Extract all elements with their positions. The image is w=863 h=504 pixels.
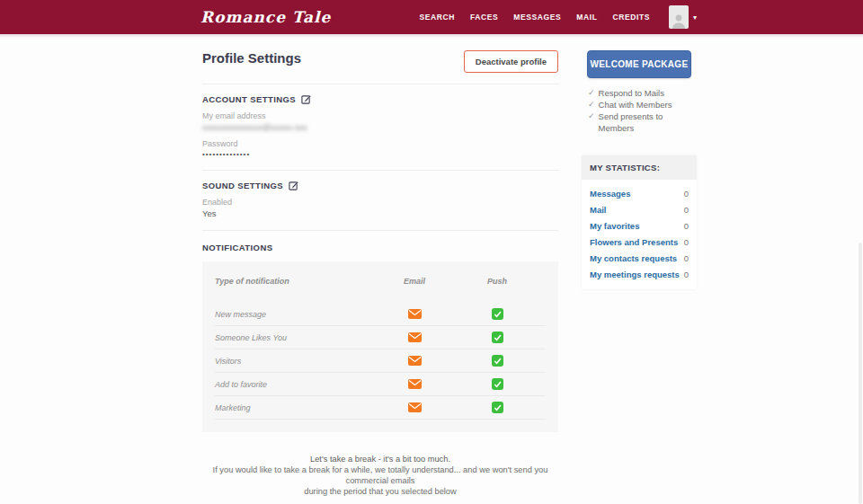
- email-notification-icon[interactable]: [408, 379, 422, 389]
- col-email: Email: [373, 277, 456, 286]
- deactivate-profile-button[interactable]: Deactivate profile: [464, 50, 558, 73]
- nav-search[interactable]: SEARCH: [419, 13, 455, 22]
- stat-meetings-requests[interactable]: My meetings requests 0: [582, 266, 697, 282]
- chevron-down-icon: ▾: [693, 13, 697, 22]
- account-settings-heading: ACCOUNT SETTINGS: [202, 94, 296, 104]
- main-nav: SEARCH FACES MESSAGES MAIL CREDITS ▾: [419, 5, 697, 29]
- email-notification-icon[interactable]: [408, 402, 422, 412]
- nav-credits[interactable]: CREDITS: [612, 13, 650, 22]
- table-row: Add to favorite: [215, 373, 546, 396]
- sound-enabled-label: Enabled: [202, 198, 558, 207]
- checkmark-icon: ✓: [588, 87, 595, 99]
- push-checkbox-checked[interactable]: [492, 402, 503, 413]
- push-checkbox-checked[interactable]: [492, 355, 503, 367]
- nav-messages[interactable]: MESSAGES: [513, 13, 561, 22]
- take-a-break-text: Let's take a break - it's a bit too much…: [202, 454, 558, 497]
- right-sidebar: WELCOME PACKAGE ✓ Respond to Mails ✓ Cha…: [582, 50, 697, 504]
- email-notification-icon[interactable]: [408, 309, 422, 319]
- welcome-checklist: ✓ Respond to Mails ✓ Chat with Members ✓…: [582, 87, 697, 134]
- page-title: Profile Settings: [202, 50, 301, 66]
- profile-settings-panel: Profile Settings Deactivate profile ACCO…: [202, 50, 558, 504]
- break-text-line1: Let's take a break - it's a bit too much…: [202, 454, 558, 464]
- table-row: Someone Likes You: [215, 326, 546, 349]
- stat-contacts-requests[interactable]: My contacts requests 0: [582, 250, 697, 266]
- user-avatar-icon: [669, 5, 689, 29]
- welcome-package-button[interactable]: WELCOME PACKAGE: [587, 50, 691, 78]
- account-menu[interactable]: ▾: [669, 5, 697, 29]
- password-value: ••••••••••••••: [202, 150, 558, 158]
- scrollbar[interactable]: [859, 243, 862, 504]
- checkmark-icon: ✓: [588, 99, 595, 111]
- edit-icon[interactable]: [289, 181, 298, 190]
- stat-favorites[interactable]: My favorites 0: [582, 217, 697, 234]
- list-item: ✓ Send presents to Members: [588, 111, 697, 134]
- email-label: My email address: [202, 111, 558, 120]
- list-item: ✓ Chat with Members: [588, 99, 697, 111]
- header-shadow: [0, 34, 863, 38]
- stat-messages[interactable]: Messages 0: [582, 185, 697, 201]
- romance-tale-logo[interactable]: Romance Tale: [200, 8, 331, 26]
- email-value: xxxxxxxxxxxxxx@xxxxx.xxx: [202, 122, 558, 132]
- col-push: Push: [456, 277, 538, 286]
- push-checkbox-checked[interactable]: [492, 378, 503, 390]
- sound-enabled-value: Yes: [202, 208, 558, 218]
- email-notification-icon[interactable]: [408, 332, 422, 342]
- push-checkbox-checked[interactable]: [492, 332, 503, 343]
- push-checkbox-checked[interactable]: [492, 308, 503, 320]
- table-row: Visitors: [215, 349, 546, 373]
- my-statistics-panel: MY STATISTICS: Messages 0 Mail 0 My favo…: [582, 155, 697, 289]
- checkmark-icon: ✓: [588, 111, 595, 134]
- sound-settings-heading: SOUND SETTINGS: [202, 181, 283, 190]
- account-settings-section: ACCOUNT SETTINGS My email address xxxxxx…: [202, 84, 558, 171]
- list-item: ✓ Respond to Mails: [588, 87, 697, 99]
- break-text-line2: If you would like to take a break for a …: [202, 464, 558, 486]
- nav-faces[interactable]: FACES: [470, 13, 498, 22]
- edit-icon[interactable]: [301, 94, 311, 104]
- table-row: Marketing: [215, 396, 546, 420]
- col-type: Type of notification: [215, 277, 373, 286]
- notifications-table: Type of notification Email Push New mess…: [202, 261, 558, 432]
- sound-settings-section: SOUND SETTINGS Enabled Yes: [202, 171, 558, 231]
- stat-mail[interactable]: Mail 0: [582, 201, 697, 217]
- break-text-line3: during the period that you selected belo…: [202, 486, 558, 497]
- email-notification-icon[interactable]: [408, 356, 422, 366]
- password-label: Password: [202, 139, 558, 148]
- nav-mail[interactable]: MAIL: [576, 13, 597, 22]
- notifications-heading: NOTIFICATIONS: [202, 243, 558, 252]
- statistics-heading: MY STATISTICS:: [582, 155, 697, 180]
- table-row: New message: [215, 303, 546, 326]
- stat-flowers-presents[interactable]: Flowers and Presents 0: [582, 234, 697, 250]
- top-navbar: Romance Tale SEARCH FACES MESSAGES MAIL …: [0, 0, 863, 34]
